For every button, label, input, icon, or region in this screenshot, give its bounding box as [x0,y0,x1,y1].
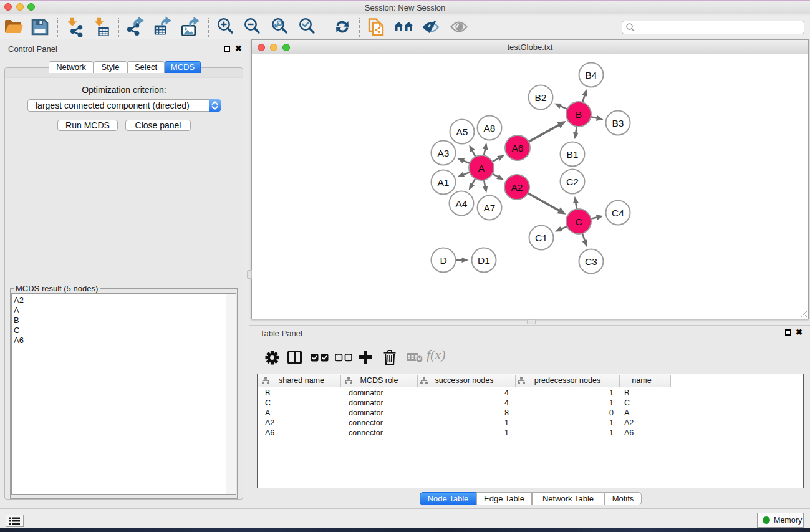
svg-text:C4: C4 [612,208,624,218]
svg-text:B3: B3 [612,118,624,128]
svg-text:C: C [575,216,582,227]
svg-text:A8: A8 [484,123,496,133]
svg-text:C1: C1 [535,233,547,243]
svg-text:A1: A1 [438,177,450,188]
svg-text:B: B [576,109,582,120]
svg-text:A4: A4 [456,198,468,209]
svg-text:A: A [478,163,485,173]
svg-text:A2: A2 [511,182,523,193]
svg-text:B1: B1 [567,149,579,160]
svg-text:A6: A6 [512,143,524,153]
svg-text:A3: A3 [438,148,450,158]
svg-text:C2: C2 [566,177,579,187]
svg-text:B4: B4 [586,70,597,80]
svg-text:D1: D1 [478,255,490,266]
svg-text:B2: B2 [535,92,547,103]
svg-text:C3: C3 [585,256,597,267]
svg-text:A7: A7 [484,203,496,213]
svg-text:D: D [440,255,446,266]
svg-text:A5: A5 [456,127,468,137]
